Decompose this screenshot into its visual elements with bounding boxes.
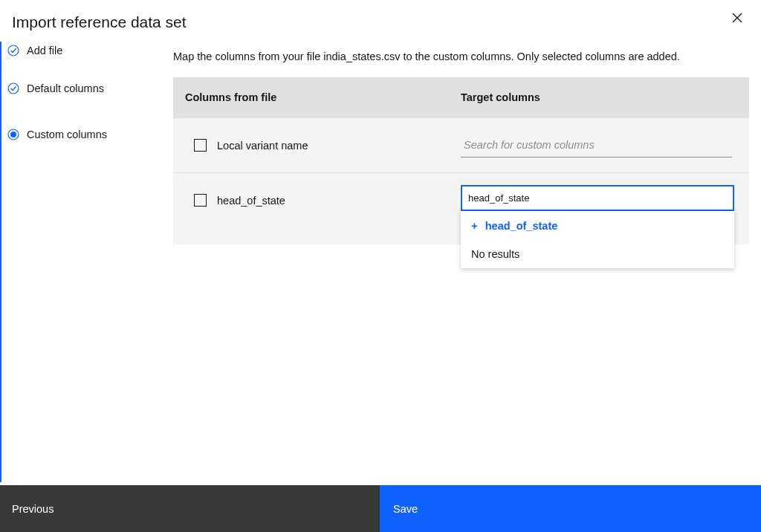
instruction-text: Map the columns from your file india_sta… [173,42,749,77]
add-new-column-option[interactable]: + head_of_state [461,211,734,240]
target-column-search[interactable] [461,185,734,211]
close-button[interactable] [730,10,745,25]
target-column-search[interactable] [461,133,732,158]
step-label: Custom columns [27,129,107,140]
table-row: head_of_state + head_of_state No results [173,172,749,244]
source-column-name: head_of_state [217,195,285,207]
previous-button[interactable]: Previous [0,485,380,532]
column-mapping-table: Columns from file Target columns Local v… [173,77,749,244]
save-button[interactable]: Save [380,485,761,532]
header-target-columns: Target columns [461,91,749,103]
add-option-label: head_of_state [485,220,558,232]
no-results-label: No results [461,240,734,268]
step-label: Default columns [27,82,104,94]
autocomplete-dropdown: + head_of_state No results [461,211,734,268]
source-column-name: Local variant name [217,140,308,152]
check-circle-icon [7,82,19,94]
step-add-file[interactable]: Add file [1,45,161,65]
svg-point-1 [8,83,19,94]
check-circle-icon [7,45,19,56]
table-header: Columns from file Target columns [173,77,749,117]
step-default-columns[interactable]: Default columns [1,65,161,111]
step-custom-columns[interactable]: Custom columns [1,111,161,158]
page-title: Import reference data set [12,13,187,31]
svg-point-3 [10,132,16,137]
plus-icon: + [471,219,478,232]
row-checkbox[interactable] [194,194,207,207]
row-checkbox[interactable] [194,139,207,152]
svg-point-0 [8,45,19,56]
step-label: Add file [27,45,62,56]
close-icon [731,12,743,24]
header-columns-from-file: Columns from file [173,91,461,103]
radio-filled-icon [7,129,19,140]
table-row: Local variant name [173,117,749,172]
wizard-steps: Add file Default columns Custom columns [0,42,161,482]
